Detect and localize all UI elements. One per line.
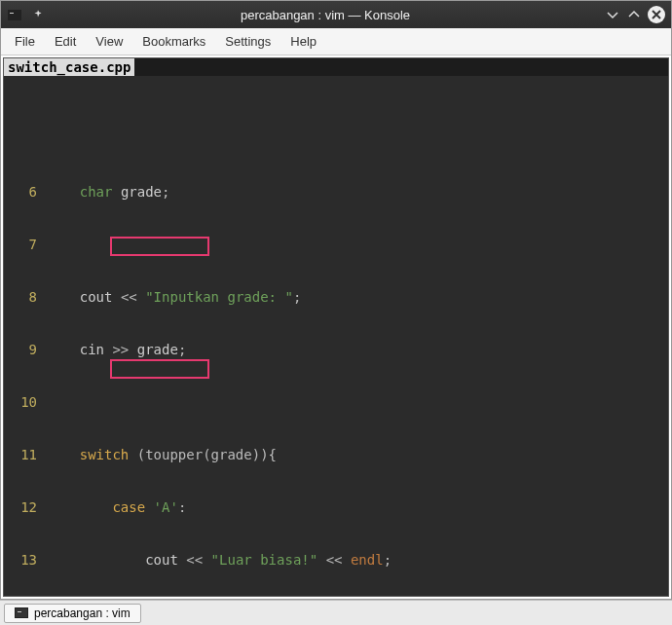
menu-file[interactable]: File: [15, 34, 35, 49]
minimize-icon[interactable]: [605, 7, 620, 22]
menu-bookmarks[interactable]: Bookmarks: [142, 34, 205, 49]
line-number: 13: [4, 551, 47, 569]
menu-settings[interactable]: Settings: [225, 34, 271, 49]
svg-rect-1: [10, 13, 14, 14]
terminal-icon: [15, 607, 28, 618]
app-menu-icon[interactable]: [7, 7, 22, 22]
code-area[interactable]: 6 char grade; 7 8 cout << "Inputkan grad…: [4, 76, 668, 597]
line-number: 8: [4, 288, 47, 306]
taskbar-tab[interactable]: percabangan : vim: [4, 604, 141, 623]
svg-rect-0: [8, 10, 21, 20]
window-title: percabangan : vim — Konsole: [46, 8, 605, 22]
line-number: 10: [4, 393, 47, 411]
line-number: 9: [4, 341, 47, 358]
highlight-case-e: [110, 359, 209, 379]
line-number: 12: [4, 498, 47, 516]
menu-view[interactable]: View: [95, 34, 123, 49]
titlebar[interactable]: percabangan : vim — Konsole: [1, 1, 671, 28]
line-number: 7: [4, 236, 47, 253]
menubar: File Edit View Bookmarks Settings Help: [1, 28, 671, 55]
pin-icon[interactable]: [30, 7, 46, 22]
konsole-window: percabangan : vim — Konsole File Edit Vi…: [0, 0, 672, 600]
line-number: 6: [4, 183, 47, 201]
line-number: 11: [4, 446, 47, 463]
close-icon[interactable]: [648, 6, 665, 23]
maximize-icon[interactable]: [626, 7, 642, 22]
taskbar-tab-label: percabangan : vim: [34, 607, 131, 620]
vim-tabline: switch_case.cpp: [4, 58, 668, 76]
menu-help[interactable]: Help: [290, 34, 317, 49]
menu-edit[interactable]: Edit: [55, 34, 76, 49]
vim-tab-active[interactable]: switch_case.cpp: [4, 58, 134, 76]
taskbar: percabangan : vim: [0, 600, 672, 625]
terminal-editor[interactable]: switch_case.cpp 6 char grade; 7 8 cout <…: [3, 57, 669, 597]
